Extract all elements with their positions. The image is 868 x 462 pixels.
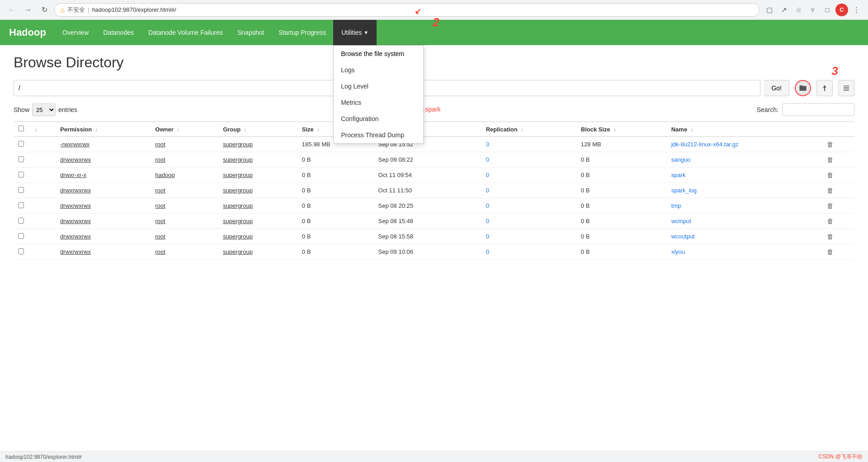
search-input[interactable] — [782, 103, 854, 116]
dropdown-item-configuration[interactable]: Configuration — [334, 111, 423, 127]
folder-icon-button[interactable] — [795, 80, 811, 96]
row-checkbox-6[interactable] — [18, 233, 24, 239]
th-block-size[interactable]: Block Size ↕ — [576, 122, 667, 137]
row-owner-5[interactable]: root — [151, 214, 218, 229]
menu-button[interactable]: ⋮ — [850, 4, 863, 16]
go-button[interactable]: Go! — [764, 80, 789, 96]
row-permission-3[interactable]: drwxrwxrwx — [56, 183, 151, 198]
row-checkbox-1[interactable] — [18, 156, 24, 162]
row-checkbox-7[interactable] — [18, 248, 24, 254]
forward-button[interactable]: → — [22, 4, 34, 16]
navbar-brand[interactable]: Hadoop — [9, 27, 46, 38]
select-all-checkbox[interactable] — [18, 126, 24, 131]
row-group-3[interactable]: supergroup — [218, 183, 297, 198]
share-button[interactable]: ↗ — [778, 4, 790, 16]
nav-item-overview[interactable]: Overview — [55, 20, 96, 45]
upload-icon-button[interactable] — [816, 80, 833, 96]
row-owner-1[interactable]: root — [151, 152, 218, 168]
row-group-2[interactable]: supergroup — [218, 168, 297, 183]
th-owner[interactable]: Owner ↕ — [151, 122, 218, 137]
row-delete-1[interactable]: 🗑 — [822, 152, 854, 168]
reload-button[interactable]: ↻ — [38, 4, 51, 16]
list-icon-button[interactable] — [838, 80, 854, 96]
row-checkbox-5[interactable] — [18, 218, 24, 224]
row-owner-0[interactable]: root — [151, 137, 218, 152]
row-name-4[interactable]: tmp — [667, 198, 822, 214]
row-block-size-4: 0 B — [576, 198, 667, 214]
page-title: Browse Directory — [14, 54, 854, 71]
row-delete-6[interactable]: 🗑 — [822, 229, 854, 244]
entries-select[interactable]: 10 25 50 100 — [32, 103, 56, 116]
window-button[interactable]: □ — [821, 4, 834, 16]
row-replication-5[interactable]: 0 — [481, 214, 576, 229]
extensions-button[interactable]: ▿ — [807, 4, 819, 16]
nav-item-utilities[interactable]: Utilities ▼ — [333, 20, 377, 45]
th-sort[interactable]: ↕ — [28, 122, 56, 137]
row-checkbox-0[interactable] — [18, 141, 24, 147]
row-checkbox-2[interactable] — [18, 172, 24, 177]
th-permission[interactable]: Permission ↕ — [56, 122, 151, 137]
row-delete-7[interactable]: 🗑 — [822, 244, 854, 260]
row-group-5[interactable]: supergroup — [218, 214, 297, 229]
row-name-3[interactable]: spark_log — [667, 183, 822, 198]
row-checkbox-3[interactable] — [18, 187, 24, 193]
th-replication[interactable]: Replication ↕ — [481, 122, 576, 137]
row-replication-1[interactable]: 0 — [481, 152, 576, 168]
back-button[interactable]: ← — [5, 4, 18, 16]
row-block-size-2: 0 B — [576, 168, 667, 183]
row-replication-2[interactable]: 0 — [481, 168, 576, 183]
row-owner-7[interactable]: root — [151, 244, 218, 260]
row-permission-7[interactable]: drwxrwxrwx — [56, 244, 151, 260]
th-group[interactable]: Group ↕ — [218, 122, 297, 137]
th-name[interactable]: Name ↕ — [667, 122, 822, 137]
row-delete-0[interactable]: 🗑 — [822, 137, 854, 152]
dropdown-item-log-level[interactable]: Log Level — [334, 78, 423, 94]
row-permission-2[interactable]: drwxr-xr-x — [56, 168, 151, 183]
row-replication-0[interactable]: 3 — [481, 137, 576, 152]
row-permission-4[interactable]: drwxrwxrwx — [56, 198, 151, 214]
row-permission-5[interactable]: drwxrwxrwx — [56, 214, 151, 229]
row-name-7[interactable]: xiyou — [667, 244, 822, 260]
nav-item-startup-progress[interactable]: Startup Progress — [271, 20, 333, 45]
row-delete-2[interactable]: 🗑 — [822, 168, 854, 183]
row-owner-2[interactable]: hadoop — [151, 168, 218, 183]
nav-item-datanode-volume-failures[interactable]: Datanode Volume Failures — [141, 20, 230, 45]
row-permission-6[interactable]: drwxrwxrwx — [56, 229, 151, 244]
row-delete-3[interactable]: 🗑 — [822, 183, 854, 198]
screen-cast-button[interactable]: ▢ — [763, 4, 776, 16]
row-name-1[interactable]: sanguo — [667, 152, 822, 168]
row-permission-0[interactable]: -rwxrwxrwx — [56, 137, 151, 152]
bookmark-button[interactable]: ☆ — [792, 4, 805, 16]
dropdown-item-metrics[interactable]: Metrics — [334, 94, 423, 111]
row-replication-4[interactable]: 0 — [481, 198, 576, 214]
row-owner-3[interactable]: root — [151, 183, 218, 198]
row-checkbox-4[interactable] — [18, 202, 24, 208]
row-name-0[interactable]: jdk-8u212-linux-x64.tar.gz — [667, 137, 822, 152]
row-name-5[interactable]: wcinput — [667, 214, 822, 229]
dropdown-item-logs[interactable]: Logs — [334, 62, 423, 78]
row-permission-1[interactable]: drwxrwxrwx — [56, 152, 151, 168]
row-group-7[interactable]: supergroup — [218, 244, 297, 260]
row-name-6[interactable]: wcoutput — [667, 229, 822, 244]
row-name-2[interactable]: spark — [667, 168, 822, 183]
security-label: 不安全 — [67, 6, 85, 14]
row-size-5: 0 B — [297, 214, 374, 229]
dropdown-item-process-thread-dump[interactable]: Process Thread Dump — [334, 127, 423, 143]
row-replication-7[interactable]: 0 — [481, 244, 576, 260]
nav-item-datanodes[interactable]: Datanodes — [96, 20, 141, 45]
row-replication-3[interactable]: 0 — [481, 183, 576, 198]
row-delete-5[interactable]: 🗑 — [822, 214, 854, 229]
user-avatar[interactable]: C — [835, 4, 848, 16]
row-owner-4[interactable]: root — [151, 198, 218, 214]
row-sort-cell — [28, 183, 56, 198]
row-delete-4[interactable]: 🗑 — [822, 198, 854, 214]
browser-actions: ▢ ↗ ☆ ▿ □ C ⋮ — [763, 4, 863, 16]
row-group-0[interactable]: supergroup — [218, 137, 297, 152]
row-owner-6[interactable]: root — [151, 229, 218, 244]
row-replication-6[interactable]: 0 — [481, 229, 576, 244]
row-group-4[interactable]: supergroup — [218, 198, 297, 214]
dropdown-item-browse-fs[interactable]: Browse the file system — [334, 46, 423, 62]
nav-item-snapshot[interactable]: Snapshot — [230, 20, 271, 45]
row-group-6[interactable]: supergroup — [218, 229, 297, 244]
row-group-1[interactable]: supergroup — [218, 152, 297, 168]
